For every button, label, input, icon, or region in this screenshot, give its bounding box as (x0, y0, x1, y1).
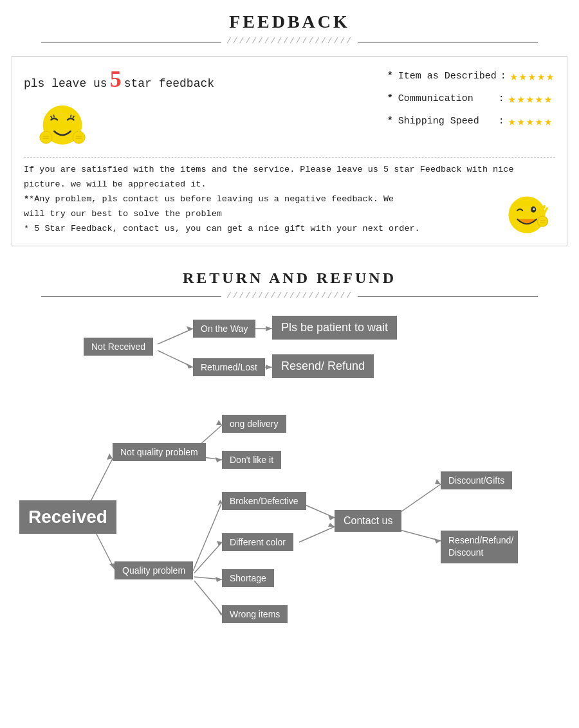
pls-before: pls leave us (24, 77, 107, 90)
not-received-box: Not Received (84, 338, 153, 356)
refund-title: RETURN AND REFUND (0, 269, 579, 287)
svg-marker-20 (187, 326, 193, 331)
feedback-zigzag: //////////////////// (226, 36, 353, 46)
wink-face-icon (505, 193, 549, 237)
contact-us-box: Contact us (335, 510, 401, 532)
svg-point-13 (533, 208, 535, 210)
svg-marker-50 (434, 538, 441, 543)
svg-line-37 (194, 542, 222, 573)
svg-line-41 (194, 581, 222, 614)
big-number: 5 (110, 66, 122, 92)
svg-marker-46 (328, 523, 335, 527)
stars-1: ★★★★★ (510, 68, 555, 84)
body-line-5-text: * 5 Star Feedback, contact us, you can g… (24, 224, 420, 233)
flowchart-1: Not Received On the Way Pls be patient t… (19, 317, 560, 401)
asterisk-3: * (387, 116, 393, 127)
dotted-divider (24, 157, 555, 158)
colon-3: : (499, 116, 504, 127)
dont-like-box: Don't like it (222, 451, 281, 469)
broken-box: Broken/Defective (222, 492, 306, 510)
different-color-box: Different color (222, 533, 293, 551)
svg-line-45 (299, 527, 335, 542)
svg-line-39 (194, 577, 222, 579)
feedback-body: If you are satisfied with the items and … (24, 163, 555, 237)
svg-marker-44 (328, 515, 335, 520)
not-quality-box: Not quality problem (113, 443, 206, 461)
rating-row-3: * Shipping Speed : ★★★★★ (387, 113, 555, 129)
svg-point-6 (73, 131, 85, 143)
refund-zigzag: //////////////////// (226, 291, 353, 300)
resend-refund-box: Resend/ Refund (272, 354, 374, 378)
svg-marker-42 (217, 610, 222, 616)
stars-2: ★★★★★ (508, 91, 553, 107)
on-the-way-box: On the Way (193, 320, 255, 338)
svg-line-4 (71, 114, 71, 117)
svg-marker-28 (107, 453, 113, 460)
asterisk-2: * (387, 93, 393, 104)
svg-marker-40 (216, 577, 222, 582)
svg-marker-26 (266, 365, 272, 370)
svg-line-19 (158, 329, 193, 344)
colon-1: : (501, 71, 506, 82)
body-line-3-text: *Any problem, pls contact us before leav… (29, 194, 394, 204)
rating-label-3: Shipping Speed (398, 116, 495, 127)
pls-feedback-text: pls leave us5star feedback (24, 66, 214, 93)
pls-after: star feedback (124, 77, 214, 90)
shortage-box: Shortage (222, 569, 274, 587)
smiley-face-icon (37, 100, 88, 152)
bold-star-1: * (24, 194, 29, 204)
svg-point-5 (40, 131, 52, 143)
long-delivery-box: ong delivery (222, 415, 286, 433)
returned-lost-box: Returned/Lost (193, 358, 265, 376)
rating-label-1: Item as Described (398, 71, 497, 82)
svg-point-16 (537, 216, 547, 226)
svg-line-35 (193, 502, 222, 571)
svg-line-21 (158, 350, 193, 367)
svg-marker-48 (435, 479, 441, 484)
svg-marker-38 (217, 541, 222, 546)
feedback-box: pls leave us5star feedback (12, 56, 567, 246)
discount-gifts-box: Discount/Gifts (441, 471, 512, 489)
body-line-5: * 5 Star Feedback, contact us, you can g… (24, 222, 555, 237)
pls-be-patient-box: Pls be patient to wait (272, 316, 397, 340)
rating-label-2: Communication (398, 93, 495, 104)
feedback-left: pls leave us5star feedback (24, 66, 214, 152)
svg-marker-22 (187, 363, 193, 369)
divider-right (358, 42, 538, 42)
received-box: Received (19, 500, 116, 534)
feedback-title: FEEDBACK (0, 12, 579, 32)
colon-2: : (499, 93, 504, 104)
resend-refund-discount-box: Resend/Refund/ Discount (441, 531, 518, 563)
body-line-4: will try our best to solve the problem (24, 207, 555, 222)
refund-divider: //////////////////// (0, 289, 579, 304)
refund-divider-right (358, 296, 538, 297)
quality-problem-box: Quality problem (115, 561, 193, 579)
body-line-1: If you are satisfied with the items and … (24, 163, 555, 177)
body-line-3: **Any problem, pls contact us before lea… (24, 192, 555, 207)
feedback-section: FEEDBACK (0, 0, 579, 35)
refund-divider-left (41, 296, 221, 297)
feedback-ratings: * Item as Described : ★★★★★ * Communicat… (387, 68, 555, 129)
asterisk-1: * (387, 71, 393, 82)
svg-marker-34 (216, 457, 222, 462)
feedback-top-row: pls leave us5star feedback (24, 66, 555, 152)
svg-line-2 (53, 114, 54, 117)
divider-left (41, 42, 221, 42)
svg-marker-24 (266, 326, 272, 331)
flowchart-2: Received Not quality problem Quality pro… (19, 407, 560, 651)
rating-row-1: * Item as Described : ★★★★★ (387, 68, 555, 84)
body-line-2: picture. we will be appreciated it. (24, 177, 555, 192)
svg-marker-36 (217, 500, 222, 506)
refund-section: RETURN AND REFUND (0, 258, 579, 289)
svg-marker-32 (216, 420, 222, 425)
feedback-divider: //////////////////// (0, 35, 579, 50)
rating-row-2: * Communication : ★★★★★ (387, 91, 555, 107)
wrong-items-box: Wrong items (222, 605, 288, 623)
stars-3: ★★★★★ (508, 113, 553, 129)
